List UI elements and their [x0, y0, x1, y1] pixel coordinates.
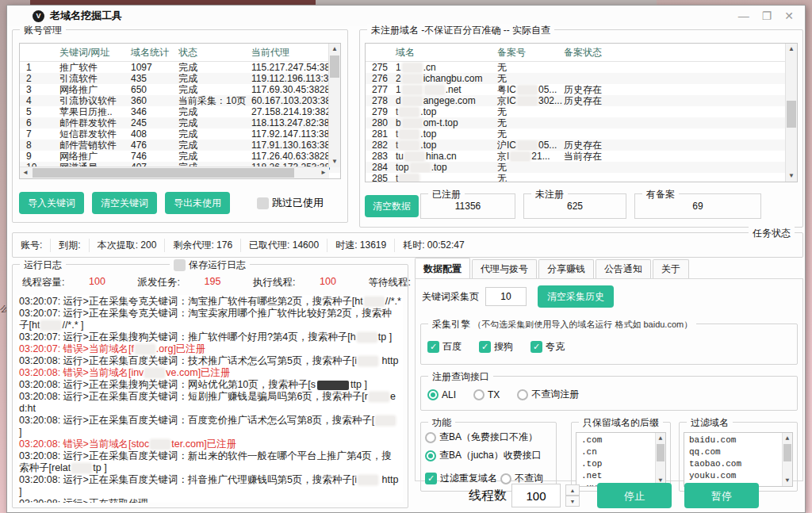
skip-used-checkbox[interactable]: ✓ 跳过已使用 [257, 196, 324, 210]
minimize-icon[interactable]: — [738, 10, 749, 21]
save-log-checkbox[interactable]: ✓ 保存运行日志 [170, 258, 250, 272]
log-line: 03:20:08: 运行>正在采集百度关键词：抖音推广代理赚钱吗第5页，搜索种子… [19, 474, 401, 498]
table-row[interactable]: 282t.top沪IC05...历史存在 [366, 140, 797, 151]
register-radio-不查询注册[interactable]: 不查询注册 [517, 388, 579, 401]
stop-button[interactable]: 停止 [597, 483, 672, 508]
tab-代理与拨号[interactable]: 代理与拨号 [472, 259, 537, 278]
scroll-right-icon[interactable]: ► [318, 167, 329, 178]
radio-icon[interactable] [427, 389, 439, 400]
thread-count-stepper[interactable]: ▲ ▼ [565, 484, 580, 507]
stepper-down-icon[interactable]: ▼ [565, 496, 580, 507]
log-output[interactable]: 03:20:07: 运行>正在采集夸克关键词：淘宝推广软件有哪些第2页，搜索种子… [17, 295, 403, 503]
table-row[interactable]: 2771.net粤IC05...历史存在 [366, 84, 797, 95]
domains-table[interactable]: 域名备案号备案状态2751.cn无2762ichangbu.com无2771.n… [365, 43, 798, 182]
close-icon[interactable]: ✕ [784, 10, 794, 21]
maximize-icon[interactable]: ❐ [762, 10, 772, 21]
app-window: V 老域名挖掘工具 — ❐ ✕ 账号管理 关键词/网址域名统计状态当前代理1推广… [6, 5, 806, 513]
table-row[interactable]: 5苹果日历推..346完成27.158.214.19:3828 [20, 106, 340, 117]
scroll-thumb[interactable] [657, 444, 665, 461]
list-item[interactable]: qq.com [689, 446, 789, 458]
suffix-list[interactable]: .com.cn.top.net.xyz.icu ▲ ▼ [576, 432, 666, 487]
keyword-table[interactable]: 关键词/网址域名统计状态当前代理1推广软件1097完成115.217.247.5… [19, 43, 341, 179]
table-row[interactable]: 7短信群发软件408完成117.92.147.113:382 [20, 128, 340, 140]
table-row[interactable]: 284top.top无 [366, 162, 797, 173]
checkbox-icon[interactable]: ✓ [427, 341, 439, 353]
stepper-up-icon[interactable]: ▲ [565, 484, 580, 496]
scroll-up-icon[interactable]: ▲ [786, 44, 797, 55]
table-row[interactable]: 6邮件群发软件245完成118.113.247.82:382 [20, 117, 340, 128]
log-line-error: 03:20:08: 错误>当前域名[stocter.com]已注册 [19, 438, 401, 450]
scroll-up-icon[interactable]: ▲ [656, 433, 665, 444]
tab-数据配置[interactable]: 数据配置 [415, 258, 470, 278]
function-radio[interactable]: 查BA（免费接口不准） [425, 431, 538, 444]
register-radio-TX[interactable]: TX [473, 389, 500, 400]
thread-count-input[interactable] [511, 484, 561, 507]
radio-icon[interactable] [473, 389, 485, 400]
checkbox-icon[interactable]: ✓ [174, 259, 186, 271]
table-row[interactable]: 279t.top无 [366, 106, 797, 117]
vertical-scrollbar[interactable]: ▲ ▼ [782, 433, 792, 486]
filter-domain-list[interactable]: baidu.comqq.comtaobao.comyouku.comzol.co… [684, 432, 793, 487]
scroll-left-icon[interactable]: ◄ [20, 167, 31, 178]
table-cell: 5 [20, 106, 58, 117]
list-item[interactable]: youku.com [689, 470, 789, 482]
clear-history-button[interactable]: 清空采集历史 [538, 285, 614, 308]
table-row[interactable]: 1推广软件1097完成115.217.247.54:382 [20, 62, 340, 73]
table-row[interactable]: 278dangege.com京IC302...历史存在 [366, 95, 797, 106]
column-header: 关键词/网址 [58, 44, 129, 61]
redacted-blur [400, 108, 419, 117]
engine-checkbox-夸克[interactable]: ✓夸克 [530, 340, 565, 354]
function-radio[interactable]: 查BA（jucha）收费接口 [425, 449, 542, 462]
scroll-up-icon[interactable]: ▲ [329, 44, 340, 55]
table-row[interactable]: 283tuhina.cn京I21...当前存在 [366, 151, 797, 162]
table-row[interactable]: 280bom-t.top无 [366, 117, 797, 128]
engine-checkbox-搜狗[interactable]: ✓搜狗 [479, 340, 513, 354]
list-item[interactable]: baidu.com [689, 435, 789, 446]
tab-分享赚钱[interactable]: 分享赚钱 [538, 259, 594, 278]
table-cell: top.top [394, 162, 496, 173]
import-keywords-button[interactable]: 导入关键词 [19, 192, 84, 214]
scroll-down-icon[interactable]: ▼ [329, 156, 340, 167]
pause-button[interactable]: 暂停 [684, 483, 759, 508]
register-radio-ALI[interactable]: ALI [427, 389, 456, 400]
radio-icon[interactable] [517, 389, 528, 400]
scroll-thumb[interactable] [787, 101, 796, 128]
table-row[interactable]: 9网络推广746完成117.26.40.63:3828 [20, 151, 340, 162]
vertical-scrollbar[interactable]: ▲ ▼ [655, 433, 665, 486]
keyword-pages-input[interactable] [485, 287, 527, 306]
table-row[interactable]: 2751.cn无 [366, 62, 797, 73]
checkbox-icon[interactable]: ✓ [257, 197, 269, 209]
scroll-thumb[interactable] [33, 168, 294, 178]
table-row[interactable]: 2762ichangbu.com无 [366, 73, 797, 84]
checkbox-icon[interactable]: ✓ [530, 341, 542, 353]
table-row[interactable]: 2引流软件435完成119.112.196.113:38 [20, 73, 340, 84]
list-item[interactable]: .com [581, 435, 662, 446]
tab-关于[interactable]: 关于 [653, 259, 689, 278]
radio-icon[interactable] [425, 432, 436, 443]
table-row[interactable]: 285t无 [366, 173, 797, 182]
status-item: 到期: [51, 239, 89, 252]
radio-icon[interactable] [425, 450, 436, 461]
export-unused-button[interactable]: 导出未使用 [165, 192, 230, 214]
scroll-thumb[interactable] [783, 444, 791, 461]
list-item[interactable]: .top [581, 458, 662, 470]
list-item[interactable]: .cn [581, 446, 662, 458]
table-row[interactable]: 8邮件营销软件476完成117.91.130.163:382 [20, 140, 340, 151]
vertical-scrollbar[interactable]: ▲ ▼ [328, 44, 340, 167]
vertical-scrollbar[interactable]: ▲ ▼ [785, 44, 797, 182]
horizontal-scrollbar[interactable]: ◄ ► [20, 167, 329, 178]
list-item[interactable]: .net [581, 470, 662, 482]
redacted-blur [405, 152, 424, 161]
table-row[interactable]: 4引流协议软件360当前采集：10页60.167.103.203:382 [20, 95, 340, 106]
table-row[interactable]: 281t.top无 [366, 128, 797, 140]
scroll-thumb[interactable] [330, 56, 339, 78]
tab-公告通知[interactable]: 公告通知 [596, 259, 651, 278]
clear-keywords-button[interactable]: 清空关键词 [92, 192, 157, 214]
engine-checkbox-百度[interactable]: ✓百度 [427, 340, 462, 354]
clear-data-button[interactable]: 清空数据 [365, 195, 419, 217]
table-row[interactable]: 3网络推广650完成117.69.30.45:3828 [20, 84, 340, 95]
scroll-down-icon[interactable]: ▼ [786, 170, 797, 182]
checkbox-icon[interactable]: ✓ [479, 341, 491, 353]
list-item[interactable]: taobao.com [689, 458, 789, 470]
scroll-up-icon[interactable]: ▲ [783, 433, 792, 444]
